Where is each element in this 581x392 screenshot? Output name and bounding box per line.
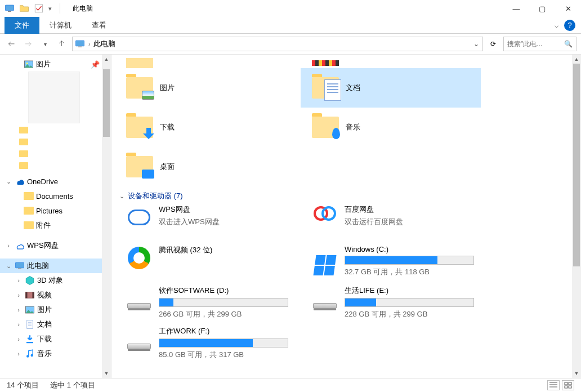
folder-icon[interactable] [19,139,28,145]
pictures-overlay-icon [142,91,154,100]
refresh-button[interactable]: ⟳ [486,40,500,48]
sidebar-item-pictures[interactable]: Pictures [0,203,111,218]
drive-item-baidu[interactable]: 百度网盘 双击运行百度网盘 [301,204,481,245]
svg-point-15 [31,354,34,357]
search-icon[interactable]: 🔍 [564,40,573,48]
chevron-right-icon[interactable]: › [15,292,23,299]
drive-item-d[interactable]: 软件SOFTWARE (D:) 266 GB 可用，共 299 GB [115,286,301,326]
up-button[interactable]: 🡡 [55,37,69,51]
recent-dropdown[interactable]: ▾ [38,37,52,51]
scroll-down-icon[interactable]: ▼ [572,369,581,378]
breadcrumb-thispc[interactable]: 此电脑 [93,39,115,49]
item-label: 桌面 [160,162,175,172]
content-scrollbar[interactable]: ▲ ▼ [572,55,581,378]
tab-view[interactable]: 查看 [82,17,117,34]
tiles-view-button[interactable] [562,380,574,390]
scrollbar-thumb[interactable] [103,69,110,137]
maximize-button[interactable]: ▢ [529,0,555,17]
ribbon-collapse-icon[interactable]: ⌵ [555,21,558,29]
drive-usage-fill [159,299,173,306]
address-bar[interactable]: › 此电脑 ⌄ [72,37,483,51]
sidebar-item-documents[interactable]: Documents [0,189,111,203]
svg-rect-19 [569,386,571,388]
folder-item-pictures[interactable]: 图片 [115,68,301,108]
drive-item-e[interactable]: 生活LIFE (E:) 228 GB 可用，共 299 GB [301,286,481,326]
folder-icon[interactable] [19,127,28,133]
sidebar-label: 图片 [36,59,51,69]
minimize-button[interactable]: — [503,0,529,17]
sidebar-item-documents-pc[interactable]: ›文档 [0,317,111,332]
back-button[interactable]: 🡠 [5,37,18,51]
close-button[interactable]: ✕ [555,0,581,17]
chevron-right-icon[interactable]: › [5,242,12,249]
music-icon [25,349,35,359]
sidebar-item-wps[interactable]: › WPS网盘 [0,238,111,253]
svg-rect-13 [27,320,33,329]
svg-rect-16 [565,382,567,385]
chevron-down-icon[interactable]: ⌄ [119,193,124,200]
scroll-up-icon[interactable]: ▲ [102,55,111,64]
scroll-down-icon[interactable]: ▼ [102,369,111,378]
folder-item-downloads[interactable]: 下载 [115,108,301,147]
drive-item-f[interactable]: 工作WORK (F:) 85.0 GB 可用，共 317 GB [115,326,301,367]
forward-button[interactable]: 🡢 [21,37,35,51]
nav-pane: 图片 📌 ⌄ OneDrive Documents Pictures 附件 › [0,55,111,378]
svg-rect-1 [8,11,11,12]
folder-icon [126,117,153,138]
chevron-right-icon[interactable]: › [15,321,23,328]
folder-item-desktop[interactable]: 桌面 [115,147,301,186]
group-devices[interactable]: ⌄ 设备和驱动器 (7) [115,186,581,204]
checkbox-icon[interactable] [34,3,44,14]
folder-item-documents[interactable]: 文档 [301,68,481,108]
sidebar-item-videos[interactable]: ›视频 [0,288,111,302]
windows-icon [313,255,336,275]
chevron-right-icon[interactable]: › [15,277,23,284]
details-view-button[interactable] [547,380,560,390]
sidebar-item-music[interactable]: ›音乐 [0,346,111,361]
folder-item-music[interactable]: 音乐 [301,108,481,147]
drive-item-tencent[interactable]: 腾讯视频 (32 位) [115,245,301,286]
folder-item-partial[interactable] [301,58,481,68]
help-icon[interactable]: ? [564,20,575,31]
sidebar-item-pictures-quick[interactable]: 图片 📌 [0,57,111,72]
folder-icon[interactable] [19,150,28,157]
sidebar-item-attachments[interactable]: 附件 [0,218,111,233]
chevron-right-icon[interactable]: › [15,306,23,313]
window-title: 此电脑 [73,4,93,14]
scroll-up-icon[interactable]: ▲ [572,55,581,64]
cloud-icon [15,240,25,251]
folder-icon[interactable] [19,162,28,169]
sidebar-item-pictures-pc[interactable]: ›图片 [0,302,111,317]
drive-item-wps[interactable]: WPS网盘 双击进入WPS网盘 [115,204,301,245]
sidebar-item-onedrive[interactable]: ⌄ OneDrive [0,174,111,189]
sidebar-item-downloads[interactable]: ›下载 [0,332,111,346]
drive-name: 百度网盘 [345,204,481,215]
address-dropdown-icon[interactable]: ⌄ [470,40,482,48]
svg-rect-17 [569,382,571,385]
pin-icon[interactable]: 📌 [91,60,100,69]
sidebar-label: 此电脑 [27,261,49,271]
folder-item-partial[interactable] [115,58,301,68]
folder-icon[interactable] [19,3,29,14]
sidebar-item-3dobjects[interactable]: ›3D 对象 [0,273,111,288]
drive-item-c[interactable]: Windows (C:) 32.7 GB 可用，共 118 GB [301,245,481,286]
chevron-right-icon[interactable]: › [15,336,23,342]
chevron-down-icon[interactable]: ⌄ [5,178,12,185]
tab-file[interactable]: 文件 [5,17,39,34]
chevron-right-icon[interactable]: › [15,350,23,357]
drive-name: 工作WORK (F:) [159,326,301,336]
sidebar-label: Documents [36,192,73,201]
chevron-down-icon[interactable]: ⌄ [5,262,12,270]
search-input[interactable]: 搜索"此电... 🔍 [503,37,576,51]
drive-icon [127,344,151,349]
sidebar-item-thispc[interactable]: ⌄ 此电脑 [0,259,111,273]
drive-usage-fill [345,256,437,264]
tab-computer[interactable]: 计算机 [39,17,82,34]
item-label: 音乐 [346,122,360,132]
drive-usage-fill [345,299,376,306]
sidebar-scrollbar[interactable]: ▲ ▼ [102,55,111,378]
scrollbar-thumb[interactable] [573,64,580,266]
drive-usage-bar [159,298,288,307]
drive-name: 腾讯视频 (32 位) [159,245,301,255]
qat-overflow[interactable]: ▾ [48,5,52,12]
